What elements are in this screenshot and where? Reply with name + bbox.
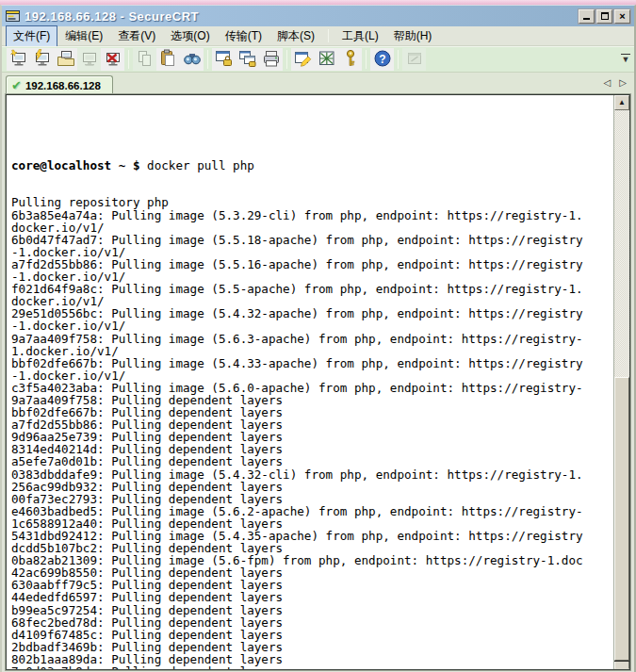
tab-scroll-left-icon[interactable]: ◁ (604, 77, 612, 88)
help-button[interactable]: ? (370, 48, 394, 71)
svg-text:?: ? (379, 52, 385, 65)
find-icon (183, 49, 202, 71)
connect-in-tab-button[interactable] (54, 48, 77, 71)
chevron-down-icon: ▼ (620, 57, 631, 63)
print-icon (262, 49, 281, 71)
securecrt-window: 192.168.66.128 - SecureCRT × 文件(F)编辑(E)查… (0, 5, 636, 672)
terminal-line: 2bdbadf3469b: Pulling dependent layers (11, 641, 613, 653)
terminal-line: -1.docker.io/v1/ (11, 320, 613, 332)
scrollbar-thumb[interactable] (614, 377, 629, 661)
close-icon: × (619, 12, 625, 20)
scroll-up-button[interactable]: ▲ (614, 95, 629, 110)
terminal-line: a5efe7a0d01b: Pulling dependent layers (11, 455, 613, 467)
paste-icon (159, 49, 178, 71)
terminal-line: 0383dbddafe9: Pulling image (5.4.32-cli)… (11, 468, 613, 481)
menu-divider (328, 29, 329, 42)
menubar: 文件(F)编辑(E)查看(V)选项(O)传输(T)脚本(S)工具(L)帮助(H) (2, 26, 634, 46)
window-grayed-icon (405, 49, 424, 71)
connect-button[interactable] (30, 48, 54, 71)
terminal-line: Pulling repository php (11, 196, 613, 208)
tab-scroll-arrows: ◁ ▷ (604, 77, 627, 88)
toolbar-divider (286, 50, 287, 69)
reconnect-button (77, 48, 101, 71)
scrollbar-track[interactable] (614, 110, 629, 660)
terminal-line: 256ac99db932: Pulling dependent layers (11, 481, 613, 493)
menu-item-2[interactable]: 查看(V) (110, 25, 163, 47)
terminal-line: -1.docker.io/v1/ (11, 369, 613, 382)
connect-icon (33, 49, 52, 71)
shell-prompt: core@localhost ~ $ (11, 158, 139, 172)
connect-in-tab-icon (57, 49, 75, 71)
window-title: 192.168.66.128 - SecureCRT (24, 9, 579, 24)
terminal-line: d4109f67485c: Pulling dependent layers (11, 629, 613, 641)
minimize-button[interactable] (579, 9, 595, 24)
terminal-line: -1.docker.io/v1/ (11, 246, 613, 258)
maximize-button[interactable] (596, 9, 612, 24)
session-options-button[interactable] (291, 48, 315, 71)
terminal-line: c3f5a4023aba: Pulling image (5.6.0-apach… (11, 382, 613, 394)
terminal-line: b99ea5c97254: Pulling dependent layers (11, 604, 613, 616)
session-lock-icon (215, 49, 234, 71)
terminal-line: 9a7aa409f758: Pulling image (5.6.3-apach… (11, 333, 613, 345)
new-session-button[interactable] (7, 48, 30, 71)
tab-scroll-right-icon[interactable]: ▷ (619, 77, 627, 88)
terminal-line: 44ededfd6597: Pulling dependent layers (11, 591, 613, 603)
find-button[interactable] (180, 48, 204, 71)
maximize-icon (601, 12, 609, 20)
screen: 192.168.66.128 - SecureCRT × 文件(F)编辑(E)查… (0, 0, 636, 672)
terminal-line: docker.io/v1/ (11, 221, 613, 234)
session-options-icon (294, 49, 313, 71)
close-button[interactable]: × (614, 9, 630, 24)
global-options-button[interactable] (315, 48, 338, 71)
terminal-line: 1.docker.io/v1/ (11, 345, 613, 357)
disconnect-button[interactable] (101, 48, 124, 71)
connected-check-icon: ✔ (11, 79, 22, 91)
session-lock-button[interactable] (212, 48, 236, 71)
copy-icon (136, 49, 155, 71)
menu-item-8[interactable]: 帮助(H) (386, 25, 440, 47)
menu-item-1[interactable]: 编辑(E) (57, 25, 110, 47)
terminal-output[interactable]: core@localhost ~ $ docker pull php Pulli… (7, 95, 613, 669)
terminal-scrollbar[interactable]: ▲ (613, 95, 629, 669)
securecrt-app-icon (6, 8, 21, 24)
key-agent-button[interactable] (338, 48, 362, 71)
clone-session-button[interactable] (236, 48, 259, 71)
toolbar-divider (128, 50, 129, 69)
toolbar: ? ▼ (2, 46, 634, 73)
window-controls: × (579, 9, 630, 24)
terminal-line: bbf02dfe667b: Pulling image (5.4.33-apac… (11, 357, 613, 369)
window-grayed-button (402, 48, 426, 71)
help-icon: ? (373, 49, 392, 71)
minimize-icon (583, 12, 590, 20)
toolbar-overflow-button[interactable]: ▼ (620, 54, 631, 63)
toolbar-divider (398, 50, 399, 69)
shell-command: docker pull php (147, 158, 254, 172)
disconnect-icon (104, 49, 122, 71)
menu-item-7[interactable]: 工具(L) (334, 25, 386, 47)
scroll-down-button[interactable] (614, 660, 629, 669)
terminal-line: 68fec2bed78d: Pulling dependent layers (11, 616, 613, 629)
terminal-line: e4603badbed5: Pulling image (5.6.2-apach… (11, 505, 613, 517)
terminal[interactable]: core@localhost ~ $ docker pull php Pulli… (6, 94, 630, 670)
menu-item-4[interactable]: 传输(T) (218, 25, 269, 47)
menu-item-0[interactable]: 文件(F) (6, 25, 57, 47)
terminal-line: 6b3a85e4a74a: Pulling image (5.3.29-cli)… (11, 209, 613, 221)
terminal-line: 7a0d03c7b9dc: Pulling dependent layers (11, 665, 613, 669)
toolbar-divider (207, 50, 208, 69)
clone-session-icon (238, 49, 257, 71)
toolbar-divider (366, 50, 367, 69)
reconnect-icon (80, 49, 99, 71)
print-button[interactable] (259, 48, 283, 71)
key-agent-icon (341, 49, 360, 71)
terminal-prompt-line: core@localhost ~ $ docker pull php (11, 159, 613, 172)
menu-item-5[interactable]: 脚本(S) (269, 25, 322, 47)
copy-button (133, 48, 156, 71)
new-session-icon (9, 49, 28, 71)
paste-button[interactable] (156, 48, 180, 71)
terminal-line: 00fa73ec2793: Pulling dependent layers (11, 493, 613, 505)
session-tab[interactable]: ✔ 192.168.66.128 (6, 75, 113, 94)
global-options-icon (318, 49, 336, 71)
menu-item-3[interactable]: 选项(O) (163, 25, 217, 47)
titlebar[interactable]: 192.168.66.128 - SecureCRT × (2, 6, 634, 26)
tabbar: ✔ 192.168.66.128 ◁ ▷ (2, 73, 634, 94)
